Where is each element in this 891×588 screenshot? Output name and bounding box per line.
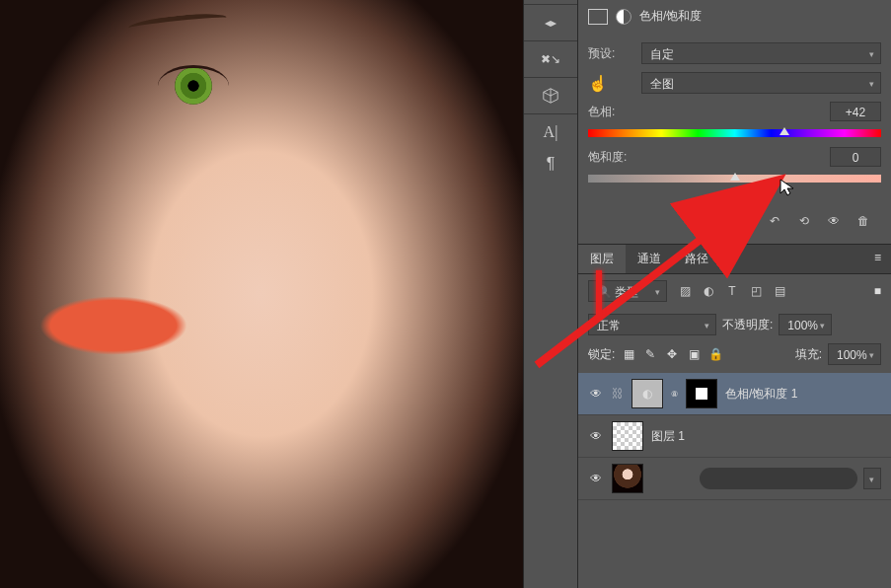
adjustment-filter-icon[interactable]: ◐: [701, 283, 716, 299]
preset-label: 预设:: [588, 45, 631, 62]
lock-paint-icon[interactable]: ✎: [642, 346, 658, 362]
layer-name[interactable]: 色相/饱和度 1: [725, 386, 797, 403]
channel-select[interactable]: 全图: [641, 72, 881, 94]
adjustment-thumb-icon[interactable]: [588, 9, 608, 25]
filter-toggle-icon[interactable]: ■: [874, 284, 881, 298]
portrait-image: [0, 0, 523, 588]
layers-list: 👁 ⛓ ◐ ⑧ 色相/饱和度 1 👁 图层 1 👁: [578, 373, 891, 588]
panel-menu-icon[interactable]: ≡: [864, 245, 891, 273]
fill-label: 填充:: [795, 346, 822, 363]
blend-mode-select[interactable]: 正常: [588, 314, 716, 335]
opacity-select[interactable]: 100%: [779, 314, 832, 335]
panel-title: 色相/饱和度: [639, 8, 702, 25]
fill-select[interactable]: 100%: [828, 343, 881, 365]
type-filter-icon[interactable]: T: [724, 283, 740, 299]
lock-transparency-icon[interactable]: ▦: [621, 346, 636, 362]
hue-saturation-panel: 色相/饱和度 预设: 自定 ☝ 全图 色相: +42 饱和度: 0: [578, 0, 891, 245]
tools-icon[interactable]: ✖↘: [535, 45, 566, 73]
eye: [158, 65, 229, 107]
layer-name[interactable]: 图层 1: [651, 428, 685, 445]
adjustment-footer-icons: ▾◨ ↶ ⟲ 👁 🗑: [588, 208, 881, 234]
lock-all-icon[interactable]: 🔒: [707, 346, 723, 362]
vertical-toolstrip: ◂▸ ✖↘ A| ¶: [523, 0, 578, 588]
layers-tab[interactable]: 图层: [578, 245, 626, 273]
hand-icon[interactable]: ☝: [588, 74, 631, 93]
preset-select[interactable]: 自定: [641, 42, 881, 64]
redacted-layer-label: [700, 468, 857, 489]
saturation-slider-thumb[interactable]: [730, 173, 740, 181]
layer-mask-thumb[interactable]: [686, 379, 717, 408]
pixel-filter-icon[interactable]: ▨: [677, 283, 693, 299]
visibility-toggle-icon[interactable]: 👁: [588, 428, 604, 444]
layer-thumb[interactable]: [612, 421, 643, 451]
lips: [39, 296, 187, 355]
visibility-toggle-icon[interactable]: 👁: [588, 386, 604, 402]
character-icon[interactable]: A|: [535, 118, 566, 146]
previous-icon[interactable]: ↶: [765, 212, 784, 230]
layer-row[interactable]: 👁 图层 1: [578, 415, 891, 458]
visibility-toggle-icon[interactable]: 👁: [588, 471, 604, 486]
hue-value-input[interactable]: +42: [830, 102, 881, 121]
layer-thumb[interactable]: [612, 464, 643, 493]
eyebrow: [128, 11, 228, 35]
canvas[interactable]: [0, 0, 523, 588]
smart-filter-icon[interactable]: ▤: [772, 283, 787, 299]
delete-icon[interactable]: 🗑: [854, 212, 873, 230]
shape-filter-icon[interactable]: ◰: [748, 283, 764, 299]
hue-slider-thumb[interactable]: [780, 127, 789, 135]
channels-tab[interactable]: 通道: [626, 245, 673, 273]
saturation-value-input[interactable]: 0: [830, 147, 881, 167]
visibility-icon[interactable]: 👁: [824, 212, 844, 230]
paragraph-icon[interactable]: ¶: [535, 150, 566, 178]
paths-tab[interactable]: 路径: [673, 245, 720, 273]
panel-tabs: 图层 通道 路径 ≡: [578, 245, 891, 274]
layer-row[interactable]: 👁 ⛓ ◐ ⑧ 色相/饱和度 1: [578, 373, 891, 415]
lock-artboard-icon[interactable]: ▣: [686, 346, 702, 362]
lock-label: 锁定:: [588, 346, 615, 363]
adjustment-thumb[interactable]: ◐: [631, 379, 663, 408]
annotation-marker: [596, 270, 602, 318]
link-icon[interactable]: ⛓: [612, 387, 624, 401]
right-panels: 色相/饱和度 预设: 自定 ☝ 全图 色相: +42 饱和度: 0: [578, 0, 891, 588]
reset-icon[interactable]: ⟲: [794, 212, 814, 230]
hue-label: 色相:: [588, 104, 631, 120]
opacity-label: 不透明度:: [722, 317, 773, 333]
fx-collapse-icon[interactable]: [863, 468, 881, 489]
layer-row[interactable]: 👁: [578, 458, 891, 500]
cube-icon[interactable]: [535, 82, 566, 110]
mask-link-icon[interactable]: ⑧: [671, 390, 678, 399]
hue-slider[interactable]: [588, 129, 881, 137]
collapse-icon[interactable]: ◂▸: [535, 9, 566, 37]
half-fill-icon[interactable]: [616, 9, 631, 25]
clip-icon[interactable]: ▾◨: [735, 212, 755, 230]
lock-position-icon[interactable]: ✥: [664, 346, 680, 362]
saturation-label: 饱和度:: [588, 149, 631, 166]
saturation-slider[interactable]: [588, 175, 881, 183]
